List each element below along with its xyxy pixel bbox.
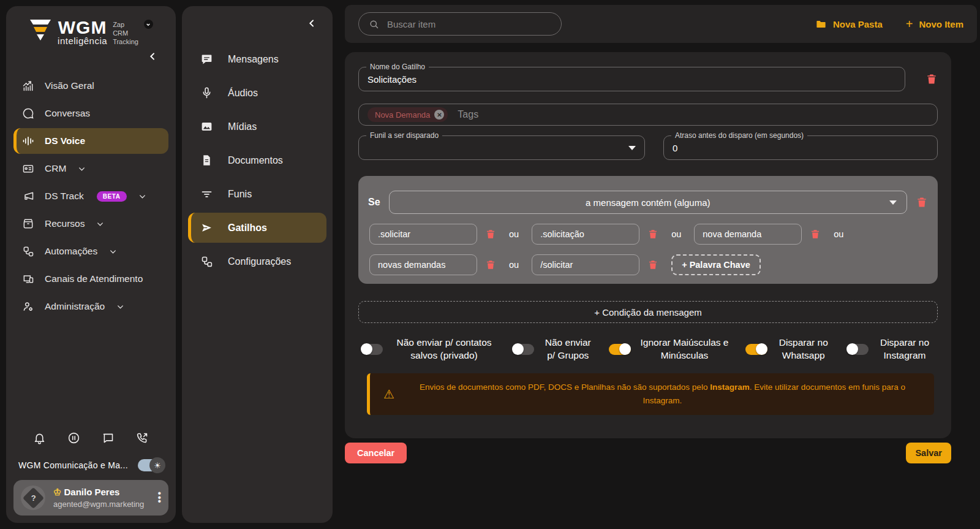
toggle-ignore-case: Ignorar Maiúsculas e Minúsculas [609, 337, 733, 362]
user-name: ♔Danilo Peres [53, 487, 149, 498]
module-submenu: Mensagens Áudios Mídias Documentos [182, 6, 333, 523]
message-filled-icon [200, 53, 213, 66]
sidebar-item-recursos[interactable]: Recursos [13, 211, 168, 237]
chart-icon [22, 80, 34, 92]
devices-icon [22, 273, 34, 285]
add-message-condition-button[interactable]: + Condição da mensagem [358, 301, 938, 323]
toggle-whatsapp: Disparar no Whatsapp [745, 337, 834, 362]
submenu-item-label: Configurações [228, 256, 291, 267]
trigger-name-input[interactable] [368, 74, 896, 85]
sidebar-item-canais-de-atendimento[interactable]: Canais de Atendimento [13, 266, 168, 292]
sidebar-item-label: Canais de Atendimento [45, 273, 143, 284]
sidebar-item-label: DS Track [45, 191, 84, 202]
new-item-button[interactable]: + Novo Item [906, 18, 963, 30]
keyword-input[interactable] [369, 254, 477, 275]
chevron-down-icon [116, 303, 124, 311]
toggle-label: Ignorar Maiúsculas e Minúsculas [636, 337, 733, 362]
theme-toggle[interactable]: ☀ [138, 459, 164, 471]
chevron-down-icon [78, 165, 86, 173]
toggle-switch[interactable] [512, 344, 534, 355]
sidebar-nav: Visão Geral Conversas DS Voice [6, 71, 176, 321]
user-card[interactable]: ? ♔Danilo Peres agented@wgm.marketing ••… [13, 480, 168, 516]
submenu-item-audios[interactable]: Áudios [188, 78, 326, 108]
send-icon [200, 221, 213, 234]
tags-placeholder: Tags [458, 109, 478, 120]
save-button[interactable]: Salvar [906, 443, 951, 463]
sidebar-collapse-icon[interactable] [148, 51, 157, 61]
submenu-item-gatilhos[interactable]: Gatilhos [188, 213, 326, 243]
dropdown-arrow-icon [628, 146, 636, 150]
funnel-icon [200, 188, 213, 200]
product-line-tracking: Tracking [113, 38, 138, 47]
dropdown-arrow-icon [889, 200, 897, 205]
sidebar-item-conversas[interactable]: Conversas [13, 101, 168, 126]
toggle-label: Não enviar p/ Grupos [540, 337, 596, 362]
chevron-down-icon [96, 220, 104, 228]
toggles-row: Não enviar p/ contatos salvos (privado) … [358, 337, 938, 362]
tags-field[interactable]: Nova Demanda ✕ Tags [358, 104, 938, 126]
product-line-crm: CRM [113, 29, 138, 38]
remove-tag-icon[interactable]: ✕ [434, 110, 444, 120]
delete-keyword-icon[interactable] [810, 229, 821, 240]
box-icon [22, 218, 34, 230]
sidebar-item-crm[interactable]: CRM [13, 156, 168, 181]
form-actions: Cancelar Salvar [345, 443, 951, 463]
contact-card-icon [22, 162, 34, 175]
keyword-input[interactable] [694, 224, 802, 245]
cancel-button[interactable]: Cancelar [345, 443, 407, 463]
avatar: ? [21, 485, 45, 510]
submenu-collapse-icon[interactable] [307, 18, 317, 28]
keyword-input[interactable] [532, 254, 639, 275]
sidebar-item-automacoes[interactable]: Automações [13, 238, 168, 264]
toggle-switch[interactable] [846, 344, 869, 355]
collapse-badge-icon[interactable] [144, 20, 153, 29]
search-input[interactable] [387, 19, 551, 29]
delete-keyword-icon[interactable] [485, 229, 496, 240]
new-folder-button[interactable]: Nova Pasta [815, 18, 883, 30]
delete-trigger-icon[interactable] [925, 73, 938, 85]
search-box[interactable] [358, 12, 562, 36]
sidebar-item-visao-geral[interactable]: Visão Geral [13, 73, 168, 99]
toggle-label: Disparar no Instagram [874, 337, 935, 362]
delete-condition-icon[interactable] [916, 196, 928, 208]
toggle-instagram: Disparar no Instagram [846, 337, 935, 362]
sidebar-item-administracao[interactable]: Administração [13, 294, 168, 319]
submenu-item-midias[interactable]: Mídias [188, 112, 326, 142]
message-icon[interactable] [102, 432, 115, 444]
toggle-switch[interactable] [361, 344, 383, 355]
keyword-input[interactable] [369, 224, 477, 245]
sidebar-item-ds-track[interactable]: DS Track BETA [13, 183, 168, 209]
sidebar-item-label: Visão Geral [45, 80, 94, 91]
phone-outgoing-icon[interactable] [136, 432, 149, 444]
condition-operator-select[interactable]: a mensagem contém (alguma) [389, 191, 907, 214]
condition-box: Se a mensagem contém (alguma) ou ou [358, 176, 938, 284]
sidebar-item-ds-voice[interactable]: DS Voice [13, 128, 168, 154]
submenu-item-funis[interactable]: Funis [188, 179, 326, 209]
delete-keyword-icon[interactable] [485, 259, 496, 270]
user-menu-kebab-icon[interactable]: ••• [157, 492, 161, 503]
toggle-switch[interactable] [609, 344, 631, 355]
delete-keyword-icon[interactable] [647, 229, 658, 240]
condition-operator-value: a mensagem contém (alguma) [586, 197, 710, 208]
submenu-item-mensagens[interactable]: Mensagens [188, 44, 326, 74]
sidebar-quick-actions [6, 432, 176, 444]
bell-icon[interactable] [33, 432, 46, 444]
delay-field[interactable]: Atraso antes do disparo (em segundos) [663, 135, 938, 160]
submenu-item-configuracoes[interactable]: Configurações [188, 246, 326, 276]
toolbar: Nova Pasta + Novo Item [345, 5, 977, 43]
product-lines: Zap CRM Tracking [113, 21, 138, 46]
keyword-input[interactable] [532, 224, 639, 245]
trigger-name-field[interactable]: Nome do Gatilho [358, 67, 905, 91]
sidebar-item-label: Conversas [45, 108, 90, 119]
funnel-select[interactable]: Funil a ser disparado [358, 135, 645, 160]
delete-keyword-icon[interactable] [647, 259, 658, 270]
submenu-item-documentos[interactable]: Documentos [188, 145, 326, 175]
image-icon [200, 120, 213, 133]
user-email: agented@wgm.marketing [53, 500, 149, 509]
wgm-triangle-logo-icon [29, 18, 52, 47]
sidebar-item-label: Automações [45, 246, 97, 257]
pause-circle-icon[interactable] [67, 432, 80, 444]
toggle-switch[interactable] [745, 344, 767, 355]
add-keyword-button[interactable]: + Palavra Chave [671, 254, 761, 275]
delay-input[interactable] [673, 143, 929, 153]
